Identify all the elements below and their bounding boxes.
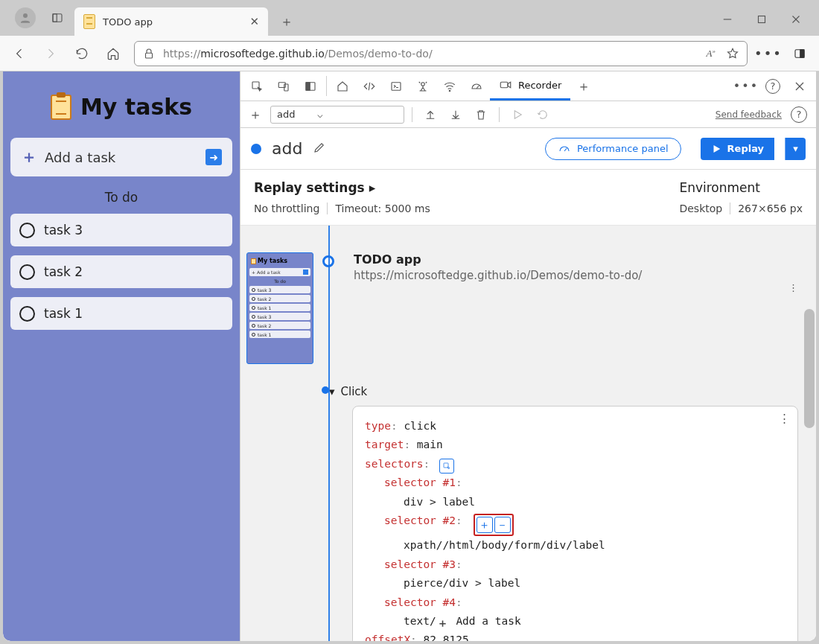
- delete-icon[interactable]: [471, 104, 491, 125]
- welcome-tab-icon[interactable]: [329, 71, 356, 101]
- task-item[interactable]: task 2: [10, 255, 232, 288]
- dock-side-icon[interactable]: [297, 71, 324, 101]
- console-tab-icon[interactable]: [383, 71, 410, 101]
- step-click-menu-icon[interactable]: ⋮: [779, 409, 790, 428]
- more-menu-button[interactable]: •••: [753, 39, 783, 68]
- network-tab-icon[interactable]: [436, 71, 463, 101]
- recording-title: add: [272, 139, 302, 158]
- add-selector-part-button[interactable]: ＋: [477, 517, 493, 533]
- env-size: 267×656 px: [738, 203, 803, 214]
- elements-tab-icon[interactable]: [356, 71, 383, 101]
- devtools-more-icon[interactable]: •••: [733, 71, 759, 101]
- close-devtools-icon[interactable]: [786, 71, 813, 101]
- clipboard-icon: [51, 95, 71, 120]
- device-toggle-icon[interactable]: [270, 71, 297, 101]
- remove-selector-part-button[interactable]: －: [494, 517, 511, 533]
- sources-tab-icon[interactable]: [410, 71, 436, 101]
- help-icon[interactable]: ?: [759, 71, 786, 101]
- checkbox-icon[interactable]: [19, 223, 35, 238]
- window-controls: [710, 7, 813, 31]
- clipboard-icon: [83, 14, 95, 29]
- add-tab-button[interactable]: ＋: [570, 71, 597, 101]
- recording-header: add Performance panel Replay ▾: [240, 128, 816, 170]
- browser-tab[interactable]: TODO app ✕: [74, 7, 268, 36]
- recording-dot-icon: [251, 144, 261, 154]
- step-click-header[interactable]: ▾ Click: [329, 382, 367, 406]
- performance-panel-button[interactable]: Performance panel: [545, 138, 681, 160]
- close-window-button[interactable]: [779, 7, 813, 31]
- url-text: https://microsoftedge.github.io/Demos/de…: [163, 48, 433, 60]
- step-url: https://microsoftedge.github.io/Demos/de…: [354, 269, 816, 282]
- scrollbar-thumb[interactable]: [804, 309, 815, 428]
- import-icon[interactable]: [420, 104, 441, 125]
- checkbox-icon[interactable]: [19, 306, 35, 322]
- add-task-label: Add a task: [45, 150, 115, 165]
- step-navigate: My tasks + Add a task To do task 3 task …: [246, 252, 816, 364]
- step-menu-icon[interactable]: ⋮: [788, 282, 798, 293]
- home-button[interactable]: [98, 39, 128, 68]
- profile-icon[interactable]: [15, 7, 36, 28]
- svg-rect-2: [53, 14, 57, 22]
- tab-title: TODO app: [103, 16, 242, 28]
- minimize-button[interactable]: [710, 7, 745, 31]
- task-item[interactable]: task 3: [10, 214, 232, 246]
- scrollbar[interactable]: [804, 235, 815, 631]
- app-title: My tasks: [80, 94, 192, 120]
- step-click: ▾ Click ⋮ type: click target: main selec…: [352, 382, 816, 641]
- svg-rect-9: [800, 49, 804, 57]
- performance-tab-icon[interactable]: [463, 71, 490, 101]
- titlebar: TODO app ✕ ＋: [0, 0, 819, 36]
- back-button[interactable]: [4, 39, 34, 68]
- selector-picker-icon[interactable]: [439, 459, 454, 474]
- tab-actions-icon[interactable]: [49, 10, 66, 26]
- replay-button[interactable]: Replay: [701, 138, 774, 160]
- step-click-details: ⋮ type: click target: main selectors: se…: [352, 406, 798, 641]
- lock-icon: [142, 47, 156, 60]
- replay-dropdown-button[interactable]: ▾: [785, 138, 806, 160]
- svg-rect-4: [759, 16, 765, 23]
- app-viewport: My tasks ＋ Add a task ➜ To do task 3 tas…: [3, 71, 240, 641]
- help-icon[interactable]: ?: [791, 106, 807, 123]
- inspect-icon[interactable]: [243, 71, 270, 101]
- chevron-down-icon: ▾: [329, 385, 335, 398]
- read-aloud-icon[interactable]: A»: [707, 47, 716, 60]
- svg-rect-18: [500, 82, 508, 88]
- play-icon: [507, 104, 528, 125]
- add-task-input[interactable]: ＋ Add a task ➜: [10, 138, 232, 176]
- favorite-icon[interactable]: [726, 47, 739, 60]
- new-tab-button[interactable]: ＋: [274, 9, 299, 34]
- devtools-panel: Recorder ＋ ••• ? ＋ add ⌵: [240, 71, 816, 641]
- edit-icon[interactable]: [313, 141, 326, 156]
- sidebar-toggle-icon[interactable]: [785, 39, 815, 68]
- maximize-button[interactable]: [745, 7, 779, 31]
- app-header: My tasks: [10, 79, 232, 129]
- environment-label: Environment: [679, 180, 803, 195]
- selector-edit-highlight: ＋ －: [474, 514, 514, 536]
- timeline-line: [328, 226, 330, 641]
- chevron-down-icon: ⌵: [317, 109, 323, 120]
- recorder-tab[interactable]: Recorder: [490, 71, 570, 101]
- address-bar[interactable]: https://microsoftedge.github.io/Demos/de…: [134, 41, 748, 66]
- refresh-button[interactable]: [67, 39, 97, 68]
- svg-rect-7: [146, 53, 153, 58]
- chevron-right-icon: ▸: [369, 180, 376, 195]
- timeout-value: Timeout: 5000 ms: [335, 203, 430, 214]
- svg-point-0: [23, 13, 28, 18]
- svg-point-16: [421, 82, 425, 86]
- recorder-toolbar: ＋ add ⌵ Send feedback ?: [240, 101, 816, 128]
- devtools-tabstrip: Recorder ＋ ••• ?: [240, 71, 816, 101]
- step-icon: [532, 104, 553, 125]
- replay-settings-label[interactable]: Replay settings▸: [254, 180, 430, 195]
- new-recording-button[interactable]: ＋: [245, 104, 266, 125]
- submit-arrow-icon[interactable]: ➜: [205, 149, 222, 165]
- send-feedback-link[interactable]: Send feedback: [716, 109, 782, 120]
- export-icon[interactable]: [445, 104, 466, 125]
- close-tab-icon[interactable]: ✕: [249, 15, 259, 28]
- task-item[interactable]: task 1: [10, 297, 232, 330]
- throttling-value: No throttling: [254, 203, 319, 214]
- svg-rect-1: [53, 14, 62, 22]
- checkbox-icon[interactable]: [19, 264, 35, 280]
- step-thumbnail: My tasks + Add a task To do task 3 task …: [246, 252, 313, 364]
- forward-button: [36, 39, 66, 68]
- recording-dropdown[interactable]: add ⌵: [270, 106, 404, 124]
